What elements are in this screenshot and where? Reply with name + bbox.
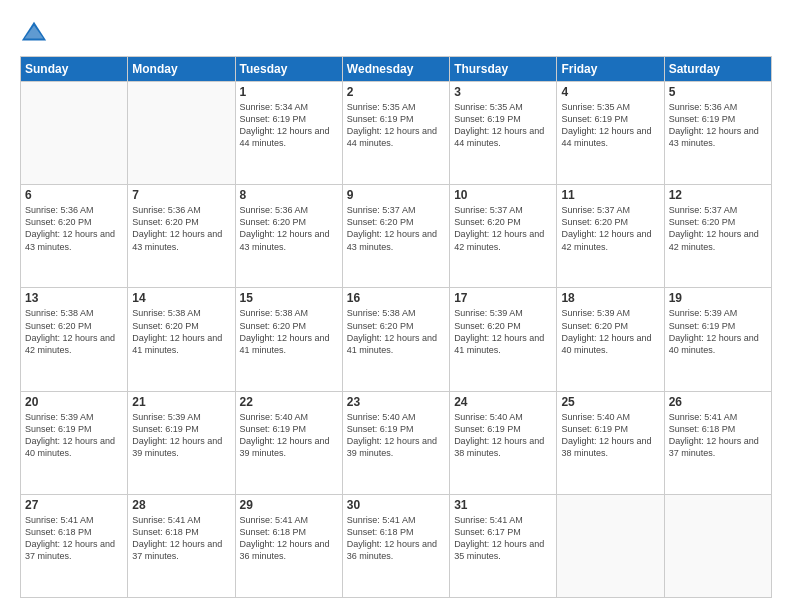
calendar-week-row: 27Sunrise: 5:41 AM Sunset: 6:18 PM Dayli… bbox=[21, 494, 772, 597]
calendar-cell: 1Sunrise: 5:34 AM Sunset: 6:19 PM Daylig… bbox=[235, 82, 342, 185]
day-number: 20 bbox=[25, 395, 123, 409]
calendar-cell: 16Sunrise: 5:38 AM Sunset: 6:20 PM Dayli… bbox=[342, 288, 449, 391]
calendar-cell: 31Sunrise: 5:41 AM Sunset: 6:17 PM Dayli… bbox=[450, 494, 557, 597]
day-info: Sunrise: 5:38 AM Sunset: 6:20 PM Dayligh… bbox=[25, 307, 123, 356]
day-number: 21 bbox=[132, 395, 230, 409]
day-number: 6 bbox=[25, 188, 123, 202]
header bbox=[20, 18, 772, 46]
logo-icon bbox=[20, 18, 48, 46]
calendar-cell: 15Sunrise: 5:38 AM Sunset: 6:20 PM Dayli… bbox=[235, 288, 342, 391]
weekday-header: Sunday bbox=[21, 57, 128, 82]
weekday-header: Wednesday bbox=[342, 57, 449, 82]
calendar-cell: 26Sunrise: 5:41 AM Sunset: 6:18 PM Dayli… bbox=[664, 391, 771, 494]
calendar-week-row: 1Sunrise: 5:34 AM Sunset: 6:19 PM Daylig… bbox=[21, 82, 772, 185]
calendar-cell: 17Sunrise: 5:39 AM Sunset: 6:20 PM Dayli… bbox=[450, 288, 557, 391]
day-info: Sunrise: 5:39 AM Sunset: 6:19 PM Dayligh… bbox=[669, 307, 767, 356]
day-number: 12 bbox=[669, 188, 767, 202]
day-number: 1 bbox=[240, 85, 338, 99]
day-info: Sunrise: 5:36 AM Sunset: 6:20 PM Dayligh… bbox=[25, 204, 123, 253]
day-info: Sunrise: 5:36 AM Sunset: 6:19 PM Dayligh… bbox=[669, 101, 767, 150]
calendar-cell: 10Sunrise: 5:37 AM Sunset: 6:20 PM Dayli… bbox=[450, 185, 557, 288]
day-info: Sunrise: 5:38 AM Sunset: 6:20 PM Dayligh… bbox=[132, 307, 230, 356]
day-number: 13 bbox=[25, 291, 123, 305]
calendar-cell: 5Sunrise: 5:36 AM Sunset: 6:19 PM Daylig… bbox=[664, 82, 771, 185]
calendar-cell: 30Sunrise: 5:41 AM Sunset: 6:18 PM Dayli… bbox=[342, 494, 449, 597]
calendar-cell bbox=[21, 82, 128, 185]
weekday-header-row: SundayMondayTuesdayWednesdayThursdayFrid… bbox=[21, 57, 772, 82]
day-info: Sunrise: 5:40 AM Sunset: 6:19 PM Dayligh… bbox=[561, 411, 659, 460]
day-info: Sunrise: 5:39 AM Sunset: 6:20 PM Dayligh… bbox=[561, 307, 659, 356]
day-info: Sunrise: 5:37 AM Sunset: 6:20 PM Dayligh… bbox=[561, 204, 659, 253]
calendar-cell: 20Sunrise: 5:39 AM Sunset: 6:19 PM Dayli… bbox=[21, 391, 128, 494]
calendar: SundayMondayTuesdayWednesdayThursdayFrid… bbox=[20, 56, 772, 598]
day-number: 16 bbox=[347, 291, 445, 305]
day-number: 29 bbox=[240, 498, 338, 512]
day-info: Sunrise: 5:35 AM Sunset: 6:19 PM Dayligh… bbox=[454, 101, 552, 150]
calendar-cell bbox=[128, 82, 235, 185]
day-number: 30 bbox=[347, 498, 445, 512]
day-number: 27 bbox=[25, 498, 123, 512]
day-number: 8 bbox=[240, 188, 338, 202]
day-info: Sunrise: 5:38 AM Sunset: 6:20 PM Dayligh… bbox=[240, 307, 338, 356]
day-info: Sunrise: 5:35 AM Sunset: 6:19 PM Dayligh… bbox=[561, 101, 659, 150]
day-number: 23 bbox=[347, 395, 445, 409]
calendar-week-row: 6Sunrise: 5:36 AM Sunset: 6:20 PM Daylig… bbox=[21, 185, 772, 288]
day-info: Sunrise: 5:40 AM Sunset: 6:19 PM Dayligh… bbox=[240, 411, 338, 460]
day-info: Sunrise: 5:36 AM Sunset: 6:20 PM Dayligh… bbox=[240, 204, 338, 253]
day-info: Sunrise: 5:37 AM Sunset: 6:20 PM Dayligh… bbox=[347, 204, 445, 253]
day-number: 22 bbox=[240, 395, 338, 409]
day-number: 2 bbox=[347, 85, 445, 99]
calendar-cell: 22Sunrise: 5:40 AM Sunset: 6:19 PM Dayli… bbox=[235, 391, 342, 494]
day-info: Sunrise: 5:39 AM Sunset: 6:19 PM Dayligh… bbox=[132, 411, 230, 460]
day-number: 14 bbox=[132, 291, 230, 305]
day-info: Sunrise: 5:37 AM Sunset: 6:20 PM Dayligh… bbox=[669, 204, 767, 253]
logo bbox=[20, 18, 52, 46]
calendar-cell bbox=[664, 494, 771, 597]
day-number: 24 bbox=[454, 395, 552, 409]
day-number: 15 bbox=[240, 291, 338, 305]
calendar-cell: 8Sunrise: 5:36 AM Sunset: 6:20 PM Daylig… bbox=[235, 185, 342, 288]
calendar-cell: 11Sunrise: 5:37 AM Sunset: 6:20 PM Dayli… bbox=[557, 185, 664, 288]
day-number: 19 bbox=[669, 291, 767, 305]
day-info: Sunrise: 5:39 AM Sunset: 6:20 PM Dayligh… bbox=[454, 307, 552, 356]
calendar-cell: 28Sunrise: 5:41 AM Sunset: 6:18 PM Dayli… bbox=[128, 494, 235, 597]
day-info: Sunrise: 5:41 AM Sunset: 6:18 PM Dayligh… bbox=[347, 514, 445, 563]
day-number: 9 bbox=[347, 188, 445, 202]
calendar-cell: 12Sunrise: 5:37 AM Sunset: 6:20 PM Dayli… bbox=[664, 185, 771, 288]
day-info: Sunrise: 5:34 AM Sunset: 6:19 PM Dayligh… bbox=[240, 101, 338, 150]
day-info: Sunrise: 5:41 AM Sunset: 6:18 PM Dayligh… bbox=[240, 514, 338, 563]
day-info: Sunrise: 5:41 AM Sunset: 6:18 PM Dayligh… bbox=[25, 514, 123, 563]
calendar-cell: 9Sunrise: 5:37 AM Sunset: 6:20 PM Daylig… bbox=[342, 185, 449, 288]
day-number: 28 bbox=[132, 498, 230, 512]
day-number: 11 bbox=[561, 188, 659, 202]
calendar-cell: 21Sunrise: 5:39 AM Sunset: 6:19 PM Dayli… bbox=[128, 391, 235, 494]
day-number: 18 bbox=[561, 291, 659, 305]
calendar-cell: 25Sunrise: 5:40 AM Sunset: 6:19 PM Dayli… bbox=[557, 391, 664, 494]
calendar-cell: 14Sunrise: 5:38 AM Sunset: 6:20 PM Dayli… bbox=[128, 288, 235, 391]
day-number: 10 bbox=[454, 188, 552, 202]
calendar-week-row: 13Sunrise: 5:38 AM Sunset: 6:20 PM Dayli… bbox=[21, 288, 772, 391]
day-info: Sunrise: 5:39 AM Sunset: 6:19 PM Dayligh… bbox=[25, 411, 123, 460]
calendar-cell: 18Sunrise: 5:39 AM Sunset: 6:20 PM Dayli… bbox=[557, 288, 664, 391]
calendar-cell: 29Sunrise: 5:41 AM Sunset: 6:18 PM Dayli… bbox=[235, 494, 342, 597]
calendar-cell: 4Sunrise: 5:35 AM Sunset: 6:19 PM Daylig… bbox=[557, 82, 664, 185]
weekday-header: Friday bbox=[557, 57, 664, 82]
weekday-header: Tuesday bbox=[235, 57, 342, 82]
day-number: 25 bbox=[561, 395, 659, 409]
calendar-cell: 6Sunrise: 5:36 AM Sunset: 6:20 PM Daylig… bbox=[21, 185, 128, 288]
day-number: 4 bbox=[561, 85, 659, 99]
weekday-header: Saturday bbox=[664, 57, 771, 82]
page: SundayMondayTuesdayWednesdayThursdayFrid… bbox=[0, 0, 792, 612]
day-info: Sunrise: 5:40 AM Sunset: 6:19 PM Dayligh… bbox=[347, 411, 445, 460]
weekday-header: Thursday bbox=[450, 57, 557, 82]
day-number: 26 bbox=[669, 395, 767, 409]
calendar-week-row: 20Sunrise: 5:39 AM Sunset: 6:19 PM Dayli… bbox=[21, 391, 772, 494]
calendar-cell: 19Sunrise: 5:39 AM Sunset: 6:19 PM Dayli… bbox=[664, 288, 771, 391]
calendar-cell: 13Sunrise: 5:38 AM Sunset: 6:20 PM Dayli… bbox=[21, 288, 128, 391]
calendar-cell: 24Sunrise: 5:40 AM Sunset: 6:19 PM Dayli… bbox=[450, 391, 557, 494]
day-info: Sunrise: 5:37 AM Sunset: 6:20 PM Dayligh… bbox=[454, 204, 552, 253]
calendar-cell: 3Sunrise: 5:35 AM Sunset: 6:19 PM Daylig… bbox=[450, 82, 557, 185]
day-number: 17 bbox=[454, 291, 552, 305]
day-number: 31 bbox=[454, 498, 552, 512]
calendar-cell: 27Sunrise: 5:41 AM Sunset: 6:18 PM Dayli… bbox=[21, 494, 128, 597]
